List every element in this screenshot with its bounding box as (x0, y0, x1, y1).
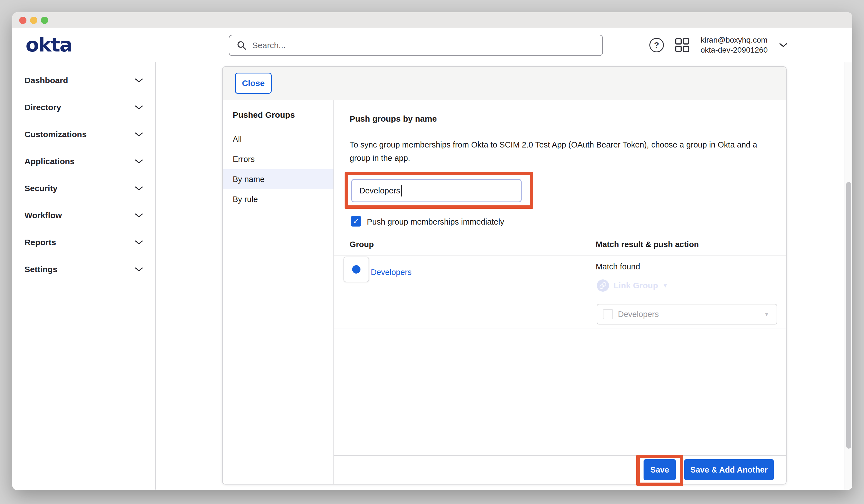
pushed-groups-title: Pushed Groups (233, 110, 295, 120)
app-group-dropdown[interactable]: Developers ▼ (597, 304, 777, 324)
pushed-groups-nav: Pushed Groups All Errors By name By rule (223, 100, 334, 484)
column-header-match: Match result & push action (596, 240, 699, 249)
push-immediately-label: Push group memberships immediately (367, 217, 504, 227)
search-input[interactable]: Search... (229, 35, 603, 56)
description-text: To sync group memberships from Okta to S… (350, 138, 767, 165)
user-menu-chevron-down-icon[interactable] (779, 42, 788, 48)
table-row-divider (334, 328, 786, 328)
dropdown-caret-icon: ▼ (764, 311, 769, 317)
push-by-name-content: Push groups by name To sync group member… (334, 100, 786, 484)
zoom-window-icon[interactable] (41, 17, 48, 24)
column-header-group: Group (350, 240, 374, 249)
group-name-link[interactable]: Developers (371, 268, 412, 277)
scrollbar-thumb[interactable] (846, 182, 851, 448)
app-group-value: Developers (618, 310, 764, 319)
text-cursor (401, 185, 402, 196)
link-icon (597, 279, 609, 292)
sidebar-item-directory[interactable]: Directory (12, 94, 155, 121)
footer-divider (334, 455, 786, 456)
checkmark-icon: ✓ (353, 217, 359, 226)
chevron-down-icon (135, 213, 143, 218)
push-immediately-checkbox[interactable]: ✓ (351, 216, 361, 227)
pushed-groups-tab-errors[interactable]: Errors (223, 149, 334, 169)
app-header: okta Search... ? kiran@box (12, 28, 852, 62)
browser-window: okta Search... ? kiran@box (12, 12, 852, 490)
link-group-caret-icon: ▼ (662, 283, 668, 289)
chevron-down-icon (135, 186, 143, 191)
search-placeholder: Search... (252, 41, 286, 50)
okta-logo: okta (26, 35, 72, 54)
user-account-menu[interactable]: kiran@boxyhq.com okta-dev-20901260 (700, 35, 768, 55)
sidebar-item-security[interactable]: Security (12, 175, 155, 202)
group-search-input[interactable]: Developers (351, 179, 521, 202)
group-search-value: Developers (359, 186, 400, 195)
link-group-label: Link Group (613, 281, 658, 290)
help-icon[interactable]: ? (649, 38, 664, 52)
sidebar-item-reports[interactable]: Reports (12, 229, 155, 256)
chevron-down-icon (135, 240, 143, 245)
group-circle-icon (352, 265, 360, 274)
table-header-divider (334, 255, 786, 255)
sidebar-item-workflow[interactable]: Workflow (12, 202, 155, 229)
minimize-window-icon[interactable] (30, 17, 37, 24)
chevron-down-icon (135, 267, 143, 272)
main-content-area: Close Pushed Groups All Errors By name B… (156, 62, 852, 490)
sidebar-item-applications[interactable]: Applications (12, 148, 155, 175)
window-titlebar (12, 12, 852, 28)
group-avatar (344, 256, 369, 282)
chevron-down-icon (135, 105, 143, 110)
save-and-add-another-button[interactable]: Save & Add Another (684, 459, 774, 480)
pushed-groups-tab-by-rule[interactable]: By rule (223, 189, 334, 209)
pushed-groups-tab-by-name[interactable]: By name (223, 169, 334, 189)
sidebar-nav: Dashboard Directory Customizations Appli… (12, 62, 156, 490)
sidebar-item-customizations[interactable]: Customizations (12, 121, 155, 148)
link-group-button[interactable]: Link Group ▼ (597, 279, 668, 292)
user-email: kiran@boxyhq.com (700, 35, 768, 45)
match-result-text: Match found (596, 262, 640, 271)
sidebar-item-settings[interactable]: Settings (12, 256, 155, 283)
user-org: okta-dev-20901260 (700, 45, 768, 55)
vertical-scrollbar[interactable] (844, 62, 852, 490)
save-button[interactable]: Save (644, 459, 676, 480)
search-icon (236, 40, 247, 51)
chevron-down-icon (135, 132, 143, 137)
close-button[interactable]: Close (235, 73, 272, 94)
chevron-down-icon (135, 78, 143, 83)
page-title: Push groups by name (350, 114, 437, 123)
chevron-down-icon (135, 159, 143, 164)
push-groups-panel: Close Pushed Groups All Errors By name B… (222, 66, 787, 484)
pushed-groups-tab-all[interactable]: All (223, 129, 334, 149)
app-body: Dashboard Directory Customizations Appli… (12, 62, 852, 490)
sidebar-item-dashboard[interactable]: Dashboard (12, 67, 155, 94)
app-group-placeholder-icon (603, 309, 613, 319)
close-window-icon[interactable] (19, 17, 26, 24)
panel-header: Close (223, 67, 786, 100)
header-right-cluster: ? kiran@boxyhq.com okta-dev-20901260 (649, 28, 788, 62)
apps-grid-icon[interactable] (675, 38, 689, 52)
